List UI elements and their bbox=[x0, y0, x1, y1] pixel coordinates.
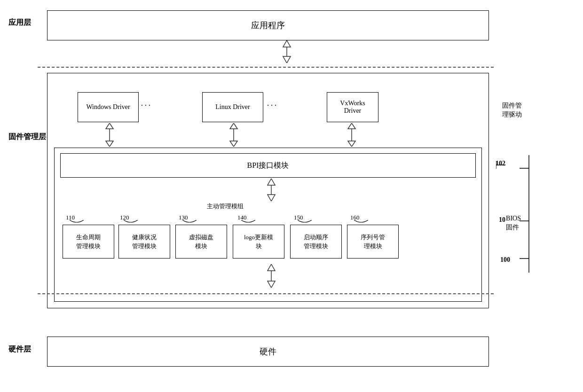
submodule-130-curve bbox=[182, 220, 197, 225]
main-number: 100 bbox=[500, 256, 510, 264]
svg-marker-16 bbox=[268, 195, 275, 201]
svg-marker-8 bbox=[230, 141, 237, 147]
dots-1: · · · bbox=[141, 102, 150, 110]
svg-marker-21 bbox=[268, 264, 275, 271]
svg-marker-5 bbox=[106, 141, 113, 147]
bios-to-hw-arrow bbox=[262, 264, 281, 288]
submodule-140-curve bbox=[241, 220, 255, 225]
driver3-bpi-arrow bbox=[342, 123, 361, 147]
submodule-box-5: 启动顺序 管理模块 bbox=[290, 225, 342, 259]
fw-driver-label: 固件管 理驱动 bbox=[502, 92, 522, 119]
dashed-separator-1 bbox=[38, 67, 494, 68]
svg-marker-2 bbox=[283, 56, 291, 63]
submodule-150-curve bbox=[298, 220, 312, 225]
submodule-box-4: logo更新模 块 bbox=[233, 225, 284, 259]
svg-marker-0 bbox=[283, 40, 291, 47]
submodule-120-curve bbox=[124, 220, 138, 225]
app-to-fw-arrow bbox=[277, 40, 296, 63]
active-mgmt-label: 主动管理模组 bbox=[207, 202, 244, 211]
bios-number: 10 bbox=[499, 216, 505, 224]
hw-layer-label: 硬件层 bbox=[8, 345, 31, 354]
svg-marker-11 bbox=[348, 141, 355, 147]
page: 应用层 应用程序 固件管理层 固件管 理驱动 Windows Driver · … bbox=[0, 0, 583, 392]
fw-layer-label: 固件管理层 bbox=[8, 132, 46, 142]
bios-bracket bbox=[508, 155, 531, 273]
dots-2: · · · bbox=[267, 102, 276, 110]
svg-marker-6 bbox=[230, 123, 237, 129]
app-layer-label: 应用层 bbox=[8, 18, 31, 28]
hw-box: 硬件 bbox=[47, 337, 489, 367]
svg-marker-23 bbox=[268, 281, 275, 288]
dashed-separator-2 bbox=[38, 293, 494, 294]
driver2-bpi-arrow bbox=[224, 123, 243, 147]
submodule-box-1: 生命周期 管理模块 bbox=[63, 225, 114, 259]
submodule-box-6: 序列号管 理模块 bbox=[347, 225, 399, 259]
linux-driver-box: Linux Driver bbox=[202, 92, 263, 122]
svg-marker-9 bbox=[348, 123, 355, 129]
submodule-110-curve bbox=[70, 220, 84, 225]
app-box: 应用程序 bbox=[47, 10, 489, 40]
svg-marker-14 bbox=[268, 179, 275, 185]
driver1-bpi-arrow bbox=[100, 123, 119, 147]
windows-driver-box: Windows Driver bbox=[78, 92, 139, 122]
bpi-module-box: BPI接口模块 bbox=[60, 153, 476, 178]
submodule-box-2: 健康状况 管理模块 bbox=[118, 225, 170, 259]
submodule-160-curve bbox=[354, 220, 368, 225]
submodule-box-3: 虚拟磁盘 模块 bbox=[175, 225, 227, 259]
svg-marker-3 bbox=[106, 123, 113, 129]
bpi-to-active-arrow bbox=[262, 179, 281, 201]
vxworks-driver-box: VxWorks Driver bbox=[327, 92, 378, 122]
